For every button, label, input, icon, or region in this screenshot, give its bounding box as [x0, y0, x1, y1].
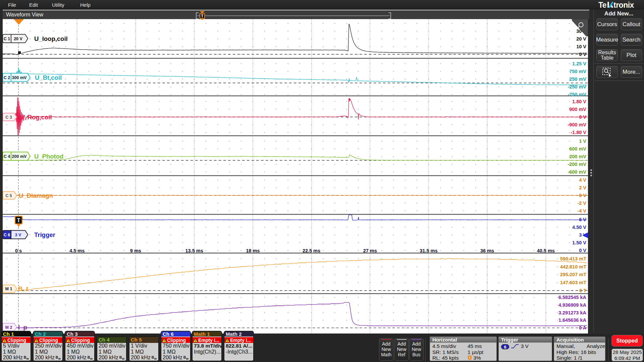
divider	[425, 338, 426, 361]
scale-label-c4: 200 mV	[569, 154, 586, 159]
channel-label-c1[interactable]: U_loop,coil	[34, 35, 68, 42]
channel-label-c2[interactable]: U_Bt,coil	[35, 74, 62, 81]
acquisition-panel[interactable]: Acquisition Manual,AnalyzeHigh Res: 16 b…	[554, 337, 605, 361]
sidebar-button-plot[interactable]: Plot	[621, 49, 642, 61]
trigger-panel[interactable]: Trigger 6 3 V	[498, 337, 552, 361]
card-row: 200 kHzBW	[67, 355, 94, 361]
card-title-math2: Math 2	[224, 331, 253, 337]
warning-icon	[162, 338, 167, 343]
bandwidth-badge: BW	[119, 355, 124, 361]
channel-badge-c1[interactable]: C 120 V	[3, 35, 28, 43]
scale-label-m1: 147.603 mT	[560, 280, 586, 285]
horizontal-minimap[interactable]: T	[3, 10, 589, 20]
bandwidth-badge: BW	[152, 355, 157, 361]
sidebar-button-search[interactable]: Search	[621, 34, 642, 46]
card-row: 450 mV/div	[67, 343, 94, 349]
card-alert-ch6: Clipping	[161, 337, 190, 343]
scale-label-m1: 295.207 mT	[560, 272, 586, 277]
card-row: 200 kHzBW	[163, 355, 190, 361]
trigger-position-marker[interactable]	[14, 19, 24, 25]
scale-label-c6: 0 V	[579, 248, 586, 253]
horizontal-panel[interactable]: Horizontal 4.5 ms/div45 msSR: 1 MS/s1 µs…	[430, 337, 497, 361]
scale-label-m1: 0 T	[579, 288, 586, 293]
channel-badge-c4[interactable]: C 4200 mV	[3, 152, 30, 161]
scale-label-c2: 250 mV	[569, 76, 586, 82]
sidebar-button-results-table[interactable]: ResultsTable	[596, 49, 618, 61]
add-new-bus-button[interactable]: AddNewBus	[409, 338, 424, 361]
sidebar-title: Add New...	[594, 10, 644, 17]
channel-card-ch1[interactable]: Ch 1Clipping5 V/div1 MΩ200 kHzBW	[1, 331, 31, 361]
menu-utility[interactable]: Utility	[51, 0, 65, 10]
time-label: 36 ms	[480, 248, 494, 253]
channel-label-m1[interactable]: B_t	[18, 285, 28, 292]
time-label: 40.5 ms	[537, 248, 555, 253]
svg-text:T: T	[469, 356, 471, 360]
channel-card-ch5[interactable]: Ch 51 V/div1 MΩ200 kHzBW	[129, 336, 159, 361]
time-label: 9 ms	[130, 248, 141, 253]
card-body-ch2: 250 mV/div1 MΩ200 kHzBW	[34, 343, 62, 361]
card-title-ch5: Ch 5	[129, 337, 158, 343]
scale-label-c5: 4 V	[579, 177, 586, 183]
scale-label-c3: 0 V	[579, 114, 586, 120]
scale-label-c1: 20 V	[576, 36, 586, 42]
trigger-flag[interactable]: T	[15, 216, 22, 227]
channel-card-math2[interactable]: Math 2Empty i...822.81 A/...-Intg(Ch3...	[224, 331, 254, 361]
svg-text:C 5: C 5	[5, 193, 12, 198]
channel-label-c4[interactable]: U_Photod	[34, 153, 63, 160]
scale-label-c6: 4.50 V	[572, 225, 586, 230]
channel-card-ch2[interactable]: Ch 2Clipping250 mV/div1 MΩ200 kHzBW	[33, 331, 63, 361]
scale-label-c3: -1.80 V	[571, 130, 586, 135]
channel-badge-m1[interactable]: M 1	[3, 285, 17, 293]
menu-help[interactable]: Help	[79, 0, 91, 10]
channel-card-ch4[interactable]: Ch 4200 mV/div1 MΩ200 kHzBW	[97, 336, 127, 361]
trigger-position-icon: T	[468, 355, 472, 360]
warning-icon	[2, 338, 7, 343]
channel-label-m2[interactable]: I_p	[18, 324, 27, 331]
channel-label-c6[interactable]: Trigger	[34, 231, 55, 238]
warning-icon	[66, 338, 71, 343]
stopped-button[interactable]: Stopped	[611, 335, 643, 347]
svg-text:C 1: C 1	[4, 37, 10, 41]
time-label: 13.5 ms	[185, 248, 203, 253]
sidebar-button-callout[interactable]: Callout	[621, 18, 642, 30]
channel-label-c3[interactable]: U_Rog,coil	[19, 114, 52, 121]
panel-drag-handle[interactable]	[590, 168, 592, 176]
card-row: 750 mV/div	[163, 343, 190, 349]
time-label: 18 ms	[246, 248, 260, 253]
time-label: 27 ms	[363, 248, 377, 253]
channel-badge-c6[interactable]: C 63 V	[3, 231, 28, 239]
scale-label-c6: 6 V	[579, 217, 586, 222]
sidebar-button-cursors[interactable]: Cursors	[596, 18, 618, 30]
scale-label-c3: -900 mV	[568, 122, 586, 127]
card-row: 1 MΩ	[163, 349, 190, 355]
card-alert-ch2: Clipping	[34, 337, 62, 343]
menu-file[interactable]: File	[7, 0, 17, 10]
add-new-ref-button[interactable]: AddNewRef	[394, 338, 409, 361]
svg-text:T: T	[201, 14, 204, 18]
channel-badge-c2[interactable]: C 2300 mV	[3, 73, 30, 82]
channel-badge-m2[interactable]: M 2	[3, 323, 17, 331]
card-title-ch4: Ch 4	[97, 337, 126, 343]
channel-badge-c5[interactable]: C 5	[3, 192, 17, 199]
menu-edit[interactable]: Edit	[29, 0, 39, 10]
channel-card-math1[interactable]: Math 1Empty i...73.8 mT/divIntg(Ch2)...	[192, 331, 222, 361]
card-title-ch3: Ch 3	[65, 331, 94, 337]
add-new-math-button[interactable]: AddNewMath	[379, 338, 393, 361]
waveform-view-header[interactable]: Waveform View T	[3, 10, 589, 19]
minimap-trigger-marker[interactable]: T	[200, 11, 205, 20]
card-body-ch4: 200 mV/div1 MΩ200 kHzBW	[97, 343, 126, 361]
oscilloscope-app: 30 V20 V10 V0 V1.25 V750 mV250 mV-250 mV…	[0, 0, 644, 362]
sidebar-button-more[interactable]: More...	[621, 66, 642, 78]
date-label: 28 May 2025	[612, 349, 643, 355]
sidebar-button-measure[interactable]: Measure	[596, 34, 618, 46]
card-row: 200 kHzBW	[35, 355, 62, 361]
channel-label-c5[interactable]: U_Diamagn	[19, 192, 53, 199]
channel-card-ch3[interactable]: Ch 3Clipping450 mV/div1 MΩ200 kHzBW	[65, 331, 95, 361]
channel-card-ch6[interactable]: Ch 6Clipping750 mV/div1 MΩ200 kHzBW	[161, 331, 191, 361]
accent-line	[397, 339, 407, 340]
svg-text:3 V: 3 V	[15, 233, 21, 237]
scale-label-m2: 4.936909 kA	[558, 302, 587, 308]
sidebar-button-zoom-mode[interactable]	[596, 66, 618, 78]
channel-badge-c3[interactable]: C 3	[3, 113, 17, 121]
scale-label-c3: 900 mV	[569, 107, 586, 112]
